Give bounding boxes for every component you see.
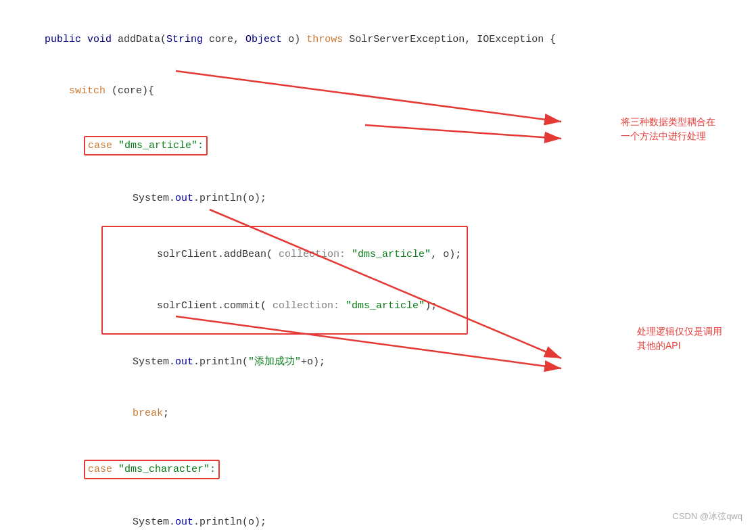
case1-solr1: solrClient.addBean( collection: "dms_art… (108, 228, 461, 281)
annotation1: 将三种数据类型耦合在一个方法中进行处理 (621, 115, 715, 143)
code-line-2: switch (core){ (20, 66, 736, 118)
case1-break: break; (47, 388, 736, 440)
case2-box: case "dms_character": (84, 460, 220, 480)
case1-block: case "dms_article": System.out.println(o… (47, 118, 736, 439)
case2-label-line: case "dms_character": (47, 442, 736, 497)
annotation2: 处理逻辑仅仅是调用其他的API (637, 324, 722, 353)
case1-println1: System.out.println(o); (47, 173, 736, 225)
code-area: public void addData(String core, Object … (0, 0, 756, 532)
case1-solr2: solrClient.commit( collection: "dms_arti… (108, 281, 461, 333)
case1-box: case "dms_article": (84, 136, 208, 156)
case1-println2: System.out.println("添加成功"+o); (47, 336, 736, 388)
case2-println1: System.out.println(o); (47, 497, 736, 533)
case2-block: case "dms_character": System.out.println… (47, 442, 736, 532)
case1-inner-box: solrClient.addBean( collection: "dms_art… (101, 226, 468, 335)
watermark: CSDN @冰弦qwq (673, 510, 743, 523)
code-line-1: public void addData(String core, Object … (20, 14, 736, 66)
